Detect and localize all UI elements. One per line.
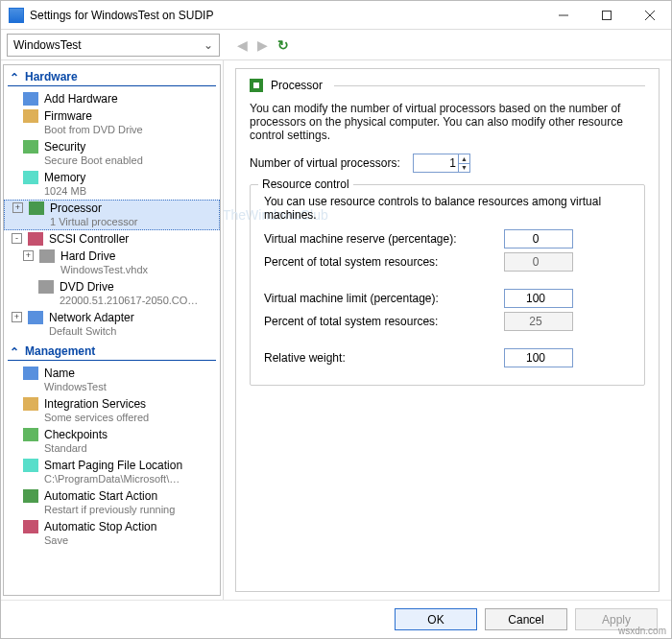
item-label: Memory: [44, 171, 86, 184]
reserve-sys-value: 0: [533, 255, 540, 269]
toolbar: WindowsTest ⌄ ◀ ▶ ↻: [1, 30, 671, 60]
spin-down-icon[interactable]: ▼: [459, 164, 469, 173]
sidebar-item-automatic-stop-action[interactable]: Automatic Stop ActionSave: [4, 518, 220, 549]
expander-icon[interactable]: -: [12, 233, 22, 244]
item-icon: [23, 428, 38, 441]
item-label: Automatic Start Action: [44, 489, 175, 503]
row-num-vp: Number of virtual processors: 1 ▲▼: [250, 154, 645, 173]
row-reserve: Virtual machine reserve (percentage): 0: [264, 229, 631, 248]
sidebar-tree[interactable]: ⌃HardwareAdd HardwareFirmwareBoot from D…: [3, 64, 221, 596]
reserve-sys-display: 0: [504, 252, 573, 272]
group-desc: You can use resource controls to balance…: [264, 195, 631, 222]
item-icon: [28, 232, 43, 246]
minimize-button[interactable]: [541, 1, 585, 30]
item-label: Smart Paging File Location: [44, 459, 188, 472]
item-sublabel: Default Switch: [49, 324, 134, 338]
expander-icon[interactable]: +: [23, 250, 34, 261]
weight-label: Relative weight:: [264, 351, 504, 365]
sidebar-item-smart-paging-file-location[interactable]: Smart Paging File LocationC:\ProgramData…: [4, 457, 220, 487]
row-weight: Relative weight: 100: [264, 348, 631, 367]
item-icon: [23, 489, 38, 503]
group-title: Resource control: [258, 178, 353, 191]
section-caret-icon: ⌃: [10, 71, 19, 81]
sidebar-item-dvd-drive[interactable]: DVD Drive22000.51.210617-2050.CO_R...: [4, 278, 220, 309]
processor-icon: [250, 79, 263, 92]
expander-icon[interactable]: +: [12, 312, 22, 322]
nav-forward-icon[interactable]: ▶: [257, 37, 268, 53]
reserve-input[interactable]: 0: [504, 229, 573, 248]
item-icon: [23, 109, 38, 123]
apply-label: Apply: [602, 613, 631, 627]
num-vp-value: 1: [449, 156, 456, 170]
item-label: Automatic Stop Action: [44, 520, 156, 533]
item-label: Firmware: [44, 109, 143, 123]
item-label: Checkpoints: [44, 428, 108, 441]
sidebar-item-security[interactable]: SecuritySecure Boot enabled: [4, 138, 220, 169]
resource-control-group: Resource control You can use resource co…: [250, 184, 645, 386]
panel-title: Processor: [271, 79, 323, 92]
item-icon: [23, 397, 38, 411]
sidebar-item-integration-services[interactable]: Integration ServicesSome services offere…: [4, 395, 220, 426]
ok-button[interactable]: OK: [395, 608, 477, 630]
sidebar: ⌃HardwareAdd HardwareFirmwareBoot from D…: [1, 60, 224, 600]
row-limit: Virtual machine limit (percentage): 100: [264, 289, 631, 308]
vm-selector[interactable]: WindowsTest ⌄: [7, 34, 220, 57]
panel-title-row: Processor: [250, 79, 645, 92]
row-limit-sys: Percent of total system resources: 25: [264, 312, 631, 331]
item-sublabel: WindowsTest.vhdx: [60, 263, 148, 276]
divider: [334, 85, 645, 86]
sidebar-item-scsi-controller[interactable]: -SCSI Controller: [4, 230, 220, 248]
sidebar-item-processor[interactable]: +Processor1 Virtual processor: [4, 200, 220, 230]
item-label: Security: [44, 140, 143, 154]
limit-sys-display: 25: [504, 312, 573, 331]
sidebar-item-network-adapter[interactable]: +Network AdapterDefault Switch: [4, 309, 220, 340]
nav-back-icon[interactable]: ◀: [237, 37, 248, 53]
sidebar-item-add-hardware[interactable]: Add Hardware: [4, 90, 220, 107]
expander-icon[interactable]: +: [12, 202, 23, 213]
sidebar-item-name[interactable]: NameWindowsTest: [4, 365, 220, 395]
weight-value: 100: [526, 351, 545, 365]
item-label: Network Adapter: [49, 311, 134, 324]
spin-up-icon[interactable]: ▲: [459, 154, 469, 164]
item-icon: [23, 92, 38, 106]
item-icon: [39, 249, 55, 263]
item-icon: [23, 171, 38, 184]
weight-input[interactable]: 100: [504, 348, 573, 367]
limit-label: Virtual machine limit (percentage):: [264, 292, 504, 305]
section-hardware: ⌃Hardware: [8, 67, 216, 86]
item-icon: [29, 201, 44, 215]
sidebar-item-hard-drive[interactable]: +Hard DriveWindowsTest.vhdx: [4, 248, 220, 278]
item-icon: [23, 140, 38, 154]
item-sublabel: Secure Boot enabled: [44, 154, 143, 167]
item-sublabel: Boot from DVD Drive: [44, 123, 143, 136]
item-sublabel: 1024 MB: [44, 184, 86, 198]
sidebar-item-checkpoints[interactable]: CheckpointsStandard: [4, 426, 220, 457]
limit-input[interactable]: 100: [504, 289, 573, 308]
content-area: TheWindowsClub Processor You can modify …: [224, 60, 671, 600]
reserve-label: Virtual machine reserve (percentage):: [264, 232, 504, 246]
close-button[interactable]: [628, 1, 671, 30]
item-sublabel: 1 Virtual processor: [50, 215, 138, 228]
num-vp-input[interactable]: 1 ▲▼: [413, 154, 470, 173]
item-icon: [23, 367, 38, 380]
item-sublabel: Some services offered: [44, 411, 149, 424]
ok-label: OK: [427, 613, 444, 627]
item-icon: [23, 459, 38, 472]
body: ⌃HardwareAdd HardwareFirmwareBoot from D…: [1, 60, 671, 600]
item-sublabel: Save: [44, 533, 156, 547]
sidebar-item-firmware[interactable]: FirmwareBoot from DVD Drive: [4, 107, 220, 138]
item-label: Name: [44, 367, 107, 380]
sidebar-item-memory[interactable]: Memory1024 MB: [4, 169, 220, 200]
row-reserve-sys: Percent of total system resources: 0: [264, 252, 631, 272]
item-sublabel: Standard: [44, 441, 108, 455]
section-caret-icon: ⌃: [10, 345, 19, 355]
spinner[interactable]: ▲▼: [458, 154, 469, 172]
refresh-icon[interactable]: ↻: [277, 37, 289, 53]
limit-sys-label: Percent of total system resources:: [264, 315, 504, 328]
item-label: Add Hardware: [44, 92, 118, 106]
nav-icons: ◀ ▶ ↻: [226, 37, 289, 53]
sidebar-item-automatic-start-action[interactable]: Automatic Start ActionRestart if previou…: [4, 487, 220, 518]
maximize-button[interactable]: [585, 1, 628, 30]
cancel-button[interactable]: Cancel: [485, 608, 567, 630]
item-label: SCSI Controller: [49, 232, 129, 246]
